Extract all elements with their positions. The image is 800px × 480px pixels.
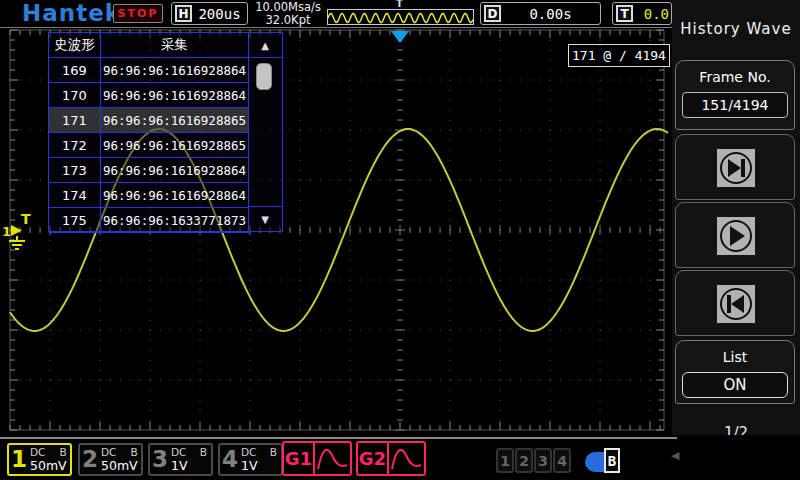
oscilloscope-screen: Hantek STOP H 200us 10.00Msa/s 32.0Kpt T…: [0, 0, 800, 480]
column-header-capture: 采集: [101, 33, 249, 58]
frame-no-cell: 169: [49, 58, 101, 83]
bw-limit-label: B: [59, 446, 66, 458]
list-on-button[interactable]: ON: [682, 372, 788, 398]
run-state-button[interactable]: STOP: [113, 4, 163, 23]
side-menu-panel: History Wave Frame No. 151/4194: [672, 0, 800, 480]
preview-wave-icon: [328, 11, 473, 25]
scroll-up-button[interactable]: ▲: [248, 33, 282, 58]
collapse-arrow-icon[interactable]: ◀: [671, 449, 679, 462]
history-row-170[interactable]: 17096:96:96:1616928864: [49, 83, 249, 108]
digital-channel-4[interactable]: 4: [553, 448, 571, 473]
volt-scale: 1V: [241, 458, 277, 473]
channel-number: 2: [80, 445, 98, 474]
bus-digit-indicator: B: [604, 448, 620, 473]
history-row-169[interactable]: 16996:96:96:1616928864: [49, 58, 249, 83]
coupling-label: DC: [241, 446, 256, 458]
capture-time-cell: 96:96:96:1616928864: [101, 83, 249, 108]
history-table: 史波形 采集 16996:96:96:161692886417096:96:96…: [48, 32, 283, 232]
column-header-frame: 史波形: [49, 33, 101, 58]
channel-number: 4: [220, 445, 238, 474]
preview-trigger-marker: T: [396, 0, 403, 9]
history-row-174[interactable]: 17496:96:96:1616928864: [49, 183, 249, 208]
bw-limit-label: B: [270, 446, 277, 458]
bw-limit-label: B: [200, 446, 207, 458]
channel-2-indicator[interactable]: 2DCB50mV: [78, 443, 143, 476]
frame-no-cell: 171: [49, 108, 101, 133]
trigger-position-marker[interactable]: [391, 31, 409, 43]
frame-number-value[interactable]: 151/4194: [682, 92, 788, 118]
frame-position-indicator: 171 @ / 4194: [568, 44, 670, 67]
frame-no-cell: 174: [49, 183, 101, 208]
channel-number: 1: [9, 445, 27, 474]
trigger-value: 0.0: [633, 6, 671, 22]
coupling-label: DC: [101, 446, 116, 458]
sine-icon: [389, 443, 424, 474]
capture-time-cell: 96:96:96:1616928865: [101, 108, 249, 133]
channel-3-indicator[interactable]: 3DCB1V: [148, 443, 213, 476]
list-toggle-section[interactable]: List ON: [675, 340, 795, 404]
bottom-status-bar: 1DCB50mV2DCB50mV3DCB1V4DCB1V G1G2 1234 B…: [0, 435, 800, 480]
sample-rate: 10.00Msa/s 32.0Kpt: [250, 1, 326, 27]
timebase-icon: H: [175, 5, 192, 22]
history-row-172[interactable]: 17296:96:96:1616928865: [49, 133, 249, 158]
capture-time-cell: 96:96:96:1616928864: [101, 183, 249, 208]
capture-time-cell: 96:96:96:1616928864: [101, 58, 249, 83]
trigger-icon: T: [616, 5, 633, 22]
capture-time-cell: 96:96:96:1633771873: [101, 208, 249, 233]
play-button[interactable]: [675, 202, 795, 268]
digital-channel-2[interactable]: 2: [515, 448, 533, 473]
capture-time-cell: 96:96:96:1616928865: [101, 133, 249, 158]
volt-scale: 50mV: [30, 458, 67, 473]
memory-depth-value: 32.0Kpt: [250, 14, 326, 27]
frame-no-cell: 175: [49, 208, 101, 233]
history-row-173[interactable]: 17396:96:96:1616928864: [49, 158, 249, 183]
sine-icon: [315, 443, 350, 474]
history-table-scrollbar[interactable]: ▲ ▼: [248, 33, 282, 231]
skip-back-icon: [717, 285, 755, 323]
bw-limit-label: B: [130, 446, 137, 458]
previous-frame-button[interactable]: [675, 270, 795, 336]
volt-scale: 50mV: [101, 458, 138, 473]
list-label: List: [676, 349, 794, 365]
g1-indicator[interactable]: G1: [282, 441, 352, 476]
delay-indicator[interactable]: D 0.00s: [480, 2, 601, 25]
volt-scale: 1V: [171, 458, 207, 473]
timebase-value: 200us: [192, 6, 247, 22]
timebase-indicator[interactable]: H 200us: [171, 2, 248, 25]
trigger-level-indicator[interactable]: T 0.0: [612, 2, 672, 25]
digital-channel-3[interactable]: 3: [534, 448, 552, 473]
frame-no-cell: 173: [49, 158, 101, 183]
history-row-171[interactable]: 17196:96:96:1616928865: [49, 108, 249, 133]
frame-no-cell: 170: [49, 83, 101, 108]
channel1-level-marker[interactable]: 1: [2, 224, 11, 239]
channel-4-indicator[interactable]: 4DCB1V: [218, 443, 283, 476]
generator-label: G1: [284, 443, 315, 474]
menu-title: History Wave: [672, 20, 800, 38]
channel-1-indicator[interactable]: 1DCB50mV: [7, 443, 72, 476]
channel-number: 3: [150, 445, 168, 474]
waveform-preview-strip[interactable]: [327, 9, 474, 25]
frame-number-section[interactable]: Frame No. 151/4194: [675, 60, 795, 130]
delay-value: 0.00s: [501, 6, 600, 22]
coupling-label: DC: [30, 446, 45, 458]
frame-no-cell: 172: [49, 133, 101, 158]
scroll-down-button[interactable]: ▼: [248, 206, 282, 231]
coupling-label: DC: [171, 446, 186, 458]
history-table-header: 史波形 采集: [49, 33, 249, 58]
history-table-body: 16996:96:96:161692886417096:96:96:161692…: [49, 58, 249, 233]
play-icon: [717, 217, 755, 255]
hantek-logo: Hantek: [22, 0, 121, 26]
top-status-bar: Hantek STOP H 200us 10.00Msa/s 32.0Kpt T…: [0, 0, 672, 28]
digital-channel-1[interactable]: 1: [496, 448, 514, 473]
frame-number-label: Frame No.: [676, 69, 794, 85]
scrollbar-thumb[interactable]: [256, 63, 272, 90]
history-row-175[interactable]: 17596:96:96:1633771873: [49, 208, 249, 233]
capture-time-cell: 96:96:96:1616928864: [101, 158, 249, 183]
delay-icon: D: [484, 5, 501, 22]
trigger-level-marker-label[interactable]: T: [21, 211, 31, 227]
g2-indicator[interactable]: G2: [356, 441, 426, 476]
bottombar-separator: [0, 437, 677, 439]
next-frame-button[interactable]: [675, 134, 795, 200]
generator-label: G2: [358, 443, 389, 474]
skip-forward-icon: [717, 149, 755, 187]
